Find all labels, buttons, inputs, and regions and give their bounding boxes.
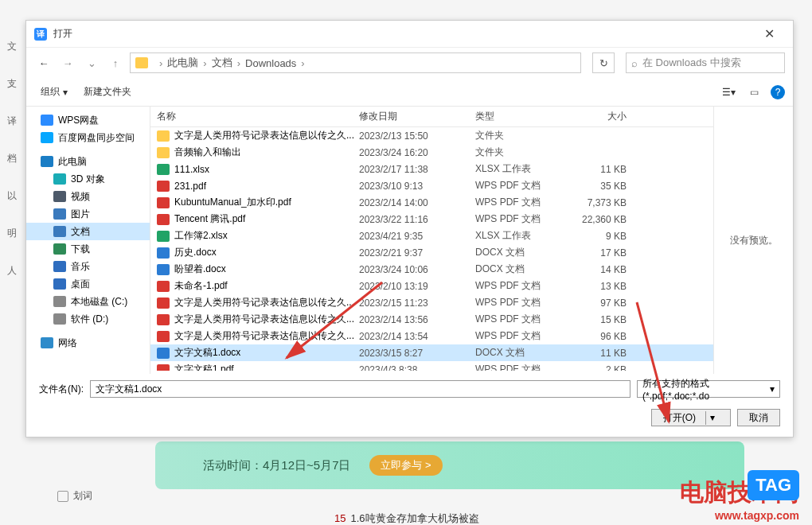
file-icon xyxy=(157,331,170,342)
file-row[interactable]: Tencent 腾讯.pdf 2023/3/22 11:16 WPS PDF 文… xyxy=(150,211,713,228)
file-date: 2023/2/21 9:37 xyxy=(359,247,475,259)
help-button[interactable]: ? xyxy=(771,85,785,99)
recent-chevron[interactable]: ⌄ xyxy=(82,57,101,69)
file-row[interactable]: 文字文稿1.docx 2023/3/15 8:27 DOCX 文档 11 KB xyxy=(150,344,713,361)
filename-input[interactable] xyxy=(90,380,630,398)
file-rows[interactable]: 文字是人类用符号记录表达信息以传之久... 2023/2/13 15:50 文件… xyxy=(150,127,713,371)
file-date: 2023/3/15 8:27 xyxy=(359,348,475,359)
background-left-strip: 文支译档以明人 xyxy=(0,0,24,525)
file-size: 13 KB xyxy=(571,281,634,292)
file-row[interactable]: 文字是人类用符号记录表达信息以传之久... 2023/2/13 15:50 文件… xyxy=(150,127,713,144)
file-icon xyxy=(157,264,170,275)
watermark-url: www.tagxp.com xyxy=(680,509,799,522)
sidebar-item[interactable]: 视频 xyxy=(26,188,150,205)
file-headers[interactable]: 名称 修改日期 类型 大小 xyxy=(150,107,713,127)
col-date[interactable]: 修改日期 xyxy=(359,110,475,123)
open-button[interactable]: 打开(O) ▾ xyxy=(651,409,731,426)
checkbox-icon[interactable] xyxy=(57,491,68,502)
search-icon: ⌕ xyxy=(631,57,638,69)
file-name: 文字是人类用符号记录表达信息以传之久... xyxy=(174,296,359,309)
file-date: 2023/2/13 15:50 xyxy=(359,130,475,142)
sidebar-item[interactable]: 软件 (D:) xyxy=(26,310,150,328)
sidebar-item[interactable]: 百度网盘同步空间 xyxy=(26,129,150,146)
search-input[interactable]: ⌕ 在 Downloads 中搜索 xyxy=(626,52,785,73)
file-type: WPS PDF 文档 xyxy=(475,212,571,226)
file-size: 17 KB xyxy=(571,247,634,259)
file-icon xyxy=(157,364,170,371)
col-name[interactable]: 名称 xyxy=(157,110,359,123)
file-icon xyxy=(157,164,170,175)
new-folder-button[interactable]: 新建文件夹 xyxy=(77,82,138,102)
sidebar-item[interactable]: 音乐 xyxy=(26,258,150,275)
col-size[interactable]: 大小 xyxy=(571,110,634,123)
sidebar-item[interactable]: 下载 xyxy=(26,240,150,258)
file-type-filter[interactable]: 所有支持的格式(*.pdf;*.doc;*.do xyxy=(637,380,780,398)
file-icon xyxy=(157,181,170,192)
background-checkbox[interactable]: 划词 xyxy=(57,489,92,503)
cancel-button[interactable]: 取消 xyxy=(737,409,780,426)
open-dropdown-icon[interactable]: ▾ xyxy=(706,412,719,423)
file-name: 文字是人类用符号记录表达信息以传之久... xyxy=(174,329,359,343)
close-button[interactable]: ✕ xyxy=(753,26,785,41)
breadcrumb[interactable]: › 此电脑 › 文档 › Downloads › xyxy=(130,52,581,73)
file-type: WPS PDF 文档 xyxy=(475,363,571,371)
file-row[interactable]: 历史.docx 2023/2/21 9:37 DOCX 文档 17 KB xyxy=(150,244,713,261)
organize-menu[interactable]: 组织 ▾ xyxy=(34,82,74,102)
file-type: XLSX 工作表 xyxy=(475,229,571,243)
file-row[interactable]: 文字是人类用符号记录表达信息以传之久... 2023/2/14 13:54 WP… xyxy=(150,328,713,344)
file-size: 35 KB xyxy=(571,181,634,192)
titlebar: 译 打开 ✕ xyxy=(26,21,793,48)
crumb-sep: › xyxy=(159,57,162,69)
file-date: 2023/2/17 11:38 xyxy=(359,164,475,175)
file-type: WPS PDF 文档 xyxy=(475,179,571,192)
view-mode-button[interactable]: ☰▾ xyxy=(720,84,737,101)
sidebar-item[interactable]: 网络 xyxy=(26,334,150,352)
file-size: 11 KB xyxy=(571,348,634,359)
file-date: 2023/3/22 11:16 xyxy=(359,214,475,225)
preview-pane: 没有预览。 xyxy=(713,107,793,374)
forward-button[interactable]: → xyxy=(58,57,77,69)
file-row[interactable]: 音频输入和输出 2023/3/24 16:20 文件夹 xyxy=(150,144,713,161)
file-date: 2023/2/14 13:54 xyxy=(359,331,475,342)
refresh-button[interactable]: ↻ xyxy=(592,52,615,73)
sidebar-item[interactable]: 桌面 xyxy=(26,275,150,293)
file-row[interactable]: 文字文稿1.pdf 2023/4/3 8:38 WPS PDF 文档 2 KB xyxy=(150,361,713,371)
back-button[interactable]: ← xyxy=(34,57,53,69)
up-button[interactable]: ↑ xyxy=(106,57,125,69)
file-row[interactable]: 文字是人类用符号记录表达信息以传之久... 2023/2/15 11:23 WP… xyxy=(150,294,713,311)
sidebar-icon xyxy=(53,296,66,307)
col-type[interactable]: 类型 xyxy=(475,110,571,123)
file-row[interactable]: 盼望着.docx 2023/3/24 10:06 DOCX 文档 14 KB xyxy=(150,261,713,278)
open-file-dialog: 译 打开 ✕ ← → ⌄ ↑ › 此电脑 › 文档 › Downloads › … xyxy=(25,20,794,438)
sidebar-icon xyxy=(53,208,66,220)
crumb-2[interactable]: Downloads xyxy=(245,57,296,69)
sidebar-item[interactable]: WPS网盘 xyxy=(26,111,150,129)
file-row[interactable]: 工作簿2.xlsx 2023/4/21 9:35 XLSX 工作表 9 KB xyxy=(150,228,713,244)
file-row[interactable]: KubuntuManual_加水印.pdf 2023/2/14 14:00 WP… xyxy=(150,194,713,211)
file-name: 文字文稿1.docx xyxy=(174,346,359,360)
preview-toggle-button[interactable]: ▭ xyxy=(745,84,763,101)
file-row[interactable]: 111.xlsx 2023/2/17 11:38 XLSX 工作表 11 KB xyxy=(150,161,713,177)
file-date: 2023/4/21 9:35 xyxy=(359,231,475,242)
sidebar-icon xyxy=(53,191,66,202)
sidebar-item[interactable]: 图片 xyxy=(26,205,150,223)
file-row[interactable]: 231.pdf 2023/3/10 9:13 WPS PDF 文档 35 KB xyxy=(150,177,713,194)
file-type: 文件夹 xyxy=(475,146,571,159)
file-type: 文件夹 xyxy=(475,129,571,142)
sidebar-label: 下载 xyxy=(71,243,90,256)
file-type: DOCX 文档 xyxy=(475,262,571,276)
crumb-0[interactable]: 此电脑 xyxy=(167,56,198,70)
sidebar-item[interactable]: 本地磁盘 (C:) xyxy=(26,293,150,310)
sidebar-item[interactable]: 此电脑 xyxy=(26,153,150,170)
sidebar-item[interactable]: 3D 对象 xyxy=(26,170,150,188)
banner-cta-button[interactable]: 立即参与 > xyxy=(369,455,442,476)
folder-icon xyxy=(135,57,148,68)
file-size: 96 KB xyxy=(571,331,634,342)
watermark: TAG 电脑技术网 www.tagxp.com xyxy=(680,476,799,522)
file-row[interactable]: 文字是人类用符号记录表达信息以传之久... 2023/2/14 13:56 WP… xyxy=(150,311,713,328)
sidebar-item[interactable]: 文档 xyxy=(26,223,150,240)
crumb-1[interactable]: 文档 xyxy=(212,56,232,70)
file-row[interactable]: 未命名-1.pdf 2023/2/10 13:19 WPS PDF 文档 13 … xyxy=(150,278,713,294)
file-name: 文字是人类用符号记录表达信息以传之久... xyxy=(174,129,359,142)
news-headline[interactable]: 151.6吨黄金存加拿大机场被盗 xyxy=(334,511,479,525)
